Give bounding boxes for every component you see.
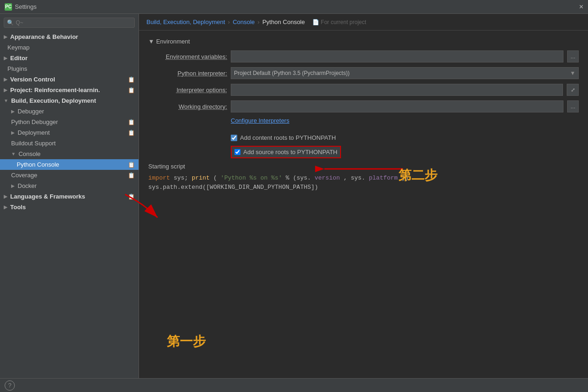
add-source-roots-checkbox[interactable] xyxy=(234,149,240,155)
sidebar-item-buildout[interactable]: Buildout Support xyxy=(0,138,139,149)
arrow-icon: ▼ xyxy=(11,151,16,156)
python-interpreter-select[interactable]: Project Default (Python 3.5 (PycharmProj… xyxy=(231,67,579,79)
checkbox1-row: Add content roots to PYTHONPATH xyxy=(148,133,579,142)
search-box[interactable]: 🔍 xyxy=(4,18,135,28)
breadcrumb-note: 📄 For current project xyxy=(312,19,366,25)
help-button[interactable]: ? xyxy=(5,380,15,391)
sidebar-item-deployment[interactable]: ▶ Deployment 📋 xyxy=(0,127,139,138)
copy-icon: 📋 xyxy=(128,162,135,168)
add-content-roots-checkbox[interactable] xyxy=(231,135,237,141)
sidebar-item-version-control[interactable]: ▶ Version Control 📋 xyxy=(0,74,139,85)
working-directory-btn[interactable]: … xyxy=(567,100,579,112)
checkbox2-highlight-box: Add source roots to PYTHONPATH xyxy=(231,146,341,158)
copy-icon: 📋 xyxy=(128,130,135,136)
sidebar-item-keymap[interactable]: Keymap xyxy=(0,42,139,53)
sidebar-item-editor[interactable]: ▶ Editor xyxy=(0,53,139,63)
search-input[interactable] xyxy=(16,19,132,26)
sidebar-item-plugins[interactable]: Plugins xyxy=(0,63,139,74)
settings-panel: ▼ Environment Environment variables: … P… xyxy=(139,31,588,378)
arrow-icon: ▶ xyxy=(11,130,15,135)
sidebar-item-debugger[interactable]: ▶ Debugger xyxy=(0,106,139,117)
titlebar-left: PC Settings xyxy=(5,3,37,11)
code-line2: sys.path.extend([WORKING_DIR_AND_PYTHON_… xyxy=(148,183,579,192)
sidebar-item-console[interactable]: ▼ Console xyxy=(0,149,139,159)
arrow-icon: ▶ xyxy=(11,183,15,188)
checkbox2-container: Add source roots to PYTHONPATH xyxy=(148,146,579,158)
interpreter-options-row: Interpreter options: ⤢ xyxy=(148,84,579,96)
arrow-icon: ▶ xyxy=(4,56,7,61)
window-title: Settings xyxy=(15,3,37,10)
copy-icon: 📋 xyxy=(128,119,135,125)
python-interpreter-row: Python interpreter: Project Default (Pyt… xyxy=(148,67,579,79)
code-area: import sys; print ( 'Python %s on %s' % … xyxy=(148,174,579,192)
expand-btn[interactable]: ⤢ xyxy=(567,84,579,96)
arrow-icon: ▶ xyxy=(4,77,7,82)
sidebar-item-languages[interactable]: ▶ Languages & Frameworks 📋 xyxy=(0,191,139,202)
sidebar-item-build[interactable]: ▼ Build, Execution, Deployment xyxy=(0,95,139,106)
sidebar: 🔍 ▶ Appearance & Behavior Keymap ▶ Edito… xyxy=(0,14,139,378)
close-button[interactable]: × xyxy=(579,3,583,11)
interpreter-options-input[interactable] xyxy=(231,84,563,96)
env-variables-input[interactable] xyxy=(231,50,563,62)
sidebar-item-project[interactable]: ▶ Project: Reinforcement-learnin. 📋 xyxy=(0,85,139,95)
arrow-icon: ▶ xyxy=(4,194,7,199)
arrow-icon: ▶ xyxy=(4,205,7,210)
sidebar-item-appearance[interactable]: ▶ Appearance & Behavior xyxy=(0,31,139,42)
working-directory-label: Working directory: xyxy=(148,103,227,110)
section-header-environment: ▼ Environment xyxy=(148,38,579,45)
arrow-icon: ▶ xyxy=(4,34,7,39)
sidebar-item-python-debugger[interactable]: Python Debugger 📋 xyxy=(0,117,139,127)
section-arrow: ▼ xyxy=(148,38,154,45)
sidebar-item-python-console[interactable]: Python Console 📋 xyxy=(0,159,139,170)
python-interpreter-label: Python interpreter: xyxy=(148,70,227,77)
separator: › xyxy=(228,19,230,25)
env-variables-row: Environment variables: … xyxy=(148,50,579,62)
starting-script-label: Starting script xyxy=(148,163,579,170)
bottombar: ? xyxy=(0,378,588,392)
dropdown-arrow-icon: ▼ xyxy=(570,70,575,76)
main-layout: 🔍 ▶ Appearance & Behavior Keymap ▶ Edito… xyxy=(0,14,588,378)
breadcrumb-current: Python Console xyxy=(262,19,305,25)
separator: › xyxy=(258,19,259,25)
interpreter-options-label: Interpreter options: xyxy=(148,87,227,93)
titlebar: PC Settings × xyxy=(0,0,588,14)
working-directory-input[interactable] xyxy=(231,100,563,112)
sidebar-item-tools[interactable]: ▶ Tools xyxy=(0,202,139,212)
breadcrumb-part2: Console xyxy=(233,19,255,25)
working-directory-row: Working directory: … xyxy=(148,100,579,112)
copy-icon: 📋 xyxy=(128,193,135,200)
arrow-icon: ▶ xyxy=(4,87,7,93)
search-icon: 🔍 xyxy=(7,19,14,26)
env-variables-btn[interactable]: … xyxy=(567,50,579,62)
copy-icon: 📋 xyxy=(128,87,135,93)
code-line1: import sys; print ( 'Python %s on %s' % … xyxy=(148,174,579,183)
configure-interpreters-link[interactable]: Configure Interpreters xyxy=(231,117,289,124)
sidebar-item-docker[interactable]: ▶ Docker xyxy=(0,180,139,191)
breadcrumb: Build, Execution, Deployment › Console ›… xyxy=(139,14,588,31)
copy-icon: 📋 xyxy=(128,172,135,179)
sidebar-item-coverage[interactable]: Coverage 📋 xyxy=(0,170,139,180)
arrow-icon: ▼ xyxy=(4,98,8,103)
env-variables-label: Environment variables: xyxy=(148,53,227,60)
copy-icon: 📋 xyxy=(128,76,135,83)
arrow-icon: ▶ xyxy=(11,109,15,114)
content-area: Build, Execution, Deployment › Console ›… xyxy=(139,14,588,378)
app-icon: PC xyxy=(5,3,12,11)
breadcrumb-part1: Build, Execution, Deployment xyxy=(146,19,225,25)
